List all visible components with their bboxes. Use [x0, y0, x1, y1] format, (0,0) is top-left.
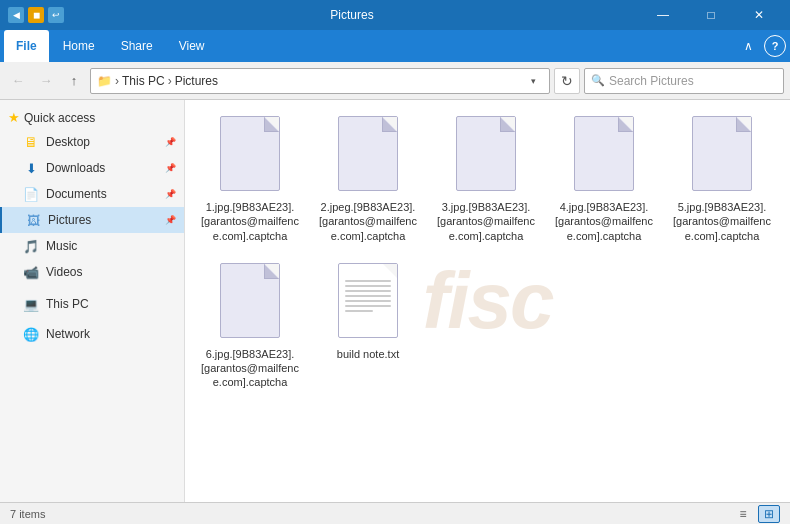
path-folder-icon: 📁 — [97, 74, 112, 88]
main-area: ★ Quick access 🖥 Desktop 📌 ⬇ Downloads 📌… — [0, 100, 790, 502]
list-item[interactable]: 4.jpg.[9B83AE23].[garantos@mailfence.com… — [549, 110, 659, 249]
address-dropdown-button[interactable]: ▾ — [523, 76, 543, 86]
sidebar-quick-access[interactable]: ★ Quick access — [0, 106, 184, 129]
sidebar-item-network-label: Network — [46, 327, 90, 341]
file-name-label: build note.txt — [337, 347, 399, 361]
downloads-icon: ⬇ — [22, 159, 40, 177]
sidebar-item-documents[interactable]: 📄 Documents 📌 — [0, 181, 184, 207]
sidebar-item-downloads[interactable]: ⬇ Downloads 📌 — [0, 155, 184, 181]
view-controls: ≡ ⊞ — [732, 505, 780, 523]
music-icon: 🎵 — [22, 237, 40, 255]
ribbon: File Home Share View ∧ ? — [0, 30, 790, 62]
up-button[interactable]: ↑ — [62, 69, 86, 93]
doc-file-icon — [220, 116, 280, 191]
search-box[interactable]: 🔍 Search Pictures — [584, 68, 784, 94]
sidebar-item-music[interactable]: 🎵 Music — [0, 233, 184, 259]
tab-home[interactable]: Home — [51, 30, 107, 62]
ribbon-collapse-button[interactable]: ∧ — [736, 34, 760, 58]
txt-file-icon — [338, 263, 398, 338]
file-name-label: 6.jpg.[9B83AE23].[garantos@mailfence.com… — [199, 347, 301, 390]
help-button[interactable]: ? — [764, 35, 786, 57]
tab-view[interactable]: View — [167, 30, 217, 62]
pictures-icon: 🖼 — [24, 211, 42, 229]
documents-icon: 📄 — [22, 185, 40, 203]
list-item[interactable]: 6.jpg.[9B83AE23].[garantos@mailfence.com… — [195, 257, 305, 396]
this-pc-icon: 💻 — [22, 295, 40, 313]
search-icon: 🔍 — [591, 74, 605, 87]
network-icon: 🌐 — [22, 325, 40, 343]
path-this-pc[interactable]: This PC — [122, 74, 165, 88]
list-item[interactable]: 1.jpg.[9B83AE23].[garantos@mailfence.com… — [195, 110, 305, 249]
path-pictures[interactable]: Pictures — [175, 74, 218, 88]
sidebar-item-videos-label: Videos — [46, 265, 82, 279]
sidebar-quick-access-label: Quick access — [24, 111, 95, 125]
sidebar: ★ Quick access 🖥 Desktop 📌 ⬇ Downloads 📌… — [0, 100, 185, 502]
sidebar-item-downloads-label: Downloads — [46, 161, 105, 175]
window-controls: — □ ✕ — [640, 0, 782, 30]
tab-file[interactable]: File — [4, 30, 49, 62]
window-title: Pictures — [64, 8, 640, 22]
status-bar: 7 items ≡ ⊞ — [0, 502, 790, 524]
file-name-label: 5.jpg.[9B83AE23].[garantos@mailfence.com… — [671, 200, 773, 243]
file-name-label: 1.jpg.[9B83AE23].[garantos@mailfence.com… — [199, 200, 301, 243]
forward-button[interactable]: → — [34, 69, 58, 93]
back-button[interactable]: ← — [6, 69, 30, 93]
videos-icon: 📹 — [22, 263, 40, 281]
doc-file-icon — [456, 116, 516, 191]
minimize-button[interactable]: — — [640, 0, 686, 30]
doc-file-icon — [220, 263, 280, 338]
file-content-area: fisc 1.jpg.[9B83AE23].[garantos@mailfenc… — [185, 100, 790, 502]
doc-file-icon — [574, 116, 634, 191]
downloads-pin-icon: 📌 — [165, 163, 176, 173]
address-path[interactable]: 📁 › This PC › Pictures ▾ — [90, 68, 550, 94]
file-name-label: 4.jpg.[9B83AE23].[garantos@mailfence.com… — [553, 200, 655, 243]
sidebar-item-pictures-label: Pictures — [48, 213, 91, 227]
address-bar: ← → ↑ 📁 › This PC › Pictures ▾ ↻ 🔍 Searc… — [0, 62, 790, 100]
file-name-label: 2.jpeg.[9B83AE23].[garantos@mailfence.co… — [317, 200, 419, 243]
sidebar-item-desktop-label: Desktop — [46, 135, 90, 149]
title-bar-icons: ◀ ◼ ↩ — [8, 7, 64, 23]
pictures-pin-icon: 📌 — [165, 215, 176, 225]
doc-file-icon — [692, 116, 752, 191]
sidebar-item-this-pc-label: This PC — [46, 297, 89, 311]
list-item[interactable]: 3.jpg.[9B83AE23].[garantos@mailfence.com… — [431, 110, 541, 249]
doc-file-icon — [338, 116, 398, 191]
sidebar-item-pictures[interactable]: 🖼 Pictures 📌 — [0, 207, 184, 233]
file-name-label: 3.jpg.[9B83AE23].[garantos@mailfence.com… — [435, 200, 537, 243]
quick-access-icon: ◀ — [8, 7, 24, 23]
save-icon: ◼ — [28, 7, 44, 23]
sidebar-item-music-label: Music — [46, 239, 77, 253]
list-view-button[interactable]: ≡ — [732, 505, 754, 523]
large-icon-view-button[interactable]: ⊞ — [758, 505, 780, 523]
star-icon: ★ — [8, 110, 20, 125]
documents-pin-icon: 📌 — [165, 189, 176, 199]
sidebar-item-this-pc[interactable]: 💻 This PC — [0, 291, 184, 317]
desktop-pin-icon: 📌 — [165, 137, 176, 147]
list-item[interactable]: 5.jpg.[9B83AE23].[garantos@mailfence.com… — [667, 110, 777, 249]
undo-icon: ↩ — [48, 7, 64, 23]
sidebar-item-desktop[interactable]: 🖥 Desktop 📌 — [0, 129, 184, 155]
item-count: 7 items — [10, 508, 45, 520]
refresh-button[interactable]: ↻ — [554, 68, 580, 94]
maximize-button[interactable]: □ — [688, 0, 734, 30]
tab-share[interactable]: Share — [109, 30, 165, 62]
list-item[interactable]: 2.jpeg.[9B83AE23].[garantos@mailfence.co… — [313, 110, 423, 249]
search-placeholder: Search Pictures — [609, 74, 694, 88]
sidebar-item-videos[interactable]: 📹 Videos — [0, 259, 184, 285]
list-item[interactable]: build note.txt — [313, 257, 423, 396]
desktop-icon: 🖥 — [22, 133, 40, 151]
sidebar-item-documents-label: Documents — [46, 187, 107, 201]
watermark: fisc — [423, 255, 553, 347]
close-button[interactable]: ✕ — [736, 0, 782, 30]
title-bar: ◀ ◼ ↩ Pictures — □ ✕ — [0, 0, 790, 30]
sidebar-item-network[interactable]: 🌐 Network — [0, 321, 184, 347]
